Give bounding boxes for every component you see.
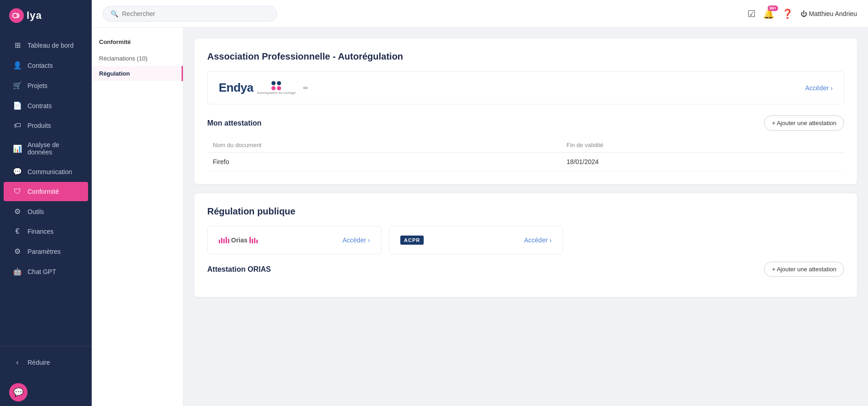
sidebar-item-finances[interactable]: € Finances (4, 222, 88, 241)
attestation-header: Mon attestation + Ajouter une attestatio… (207, 115, 844, 131)
finances-icon: € (13, 227, 22, 236)
analyse-icon: 📊 (13, 144, 22, 153)
notification-icon[interactable]: 🔔 99+ (763, 8, 774, 19)
document-name: Firefo (207, 153, 561, 171)
sidebar-label-reduire: Réduire (28, 359, 50, 366)
attestation-orias-section: Attestation ORIAS + Ajouter une attestat… (207, 262, 844, 277)
sidebar-item-reduire[interactable]: ‹ Réduire (4, 353, 88, 372)
dot-blue2 (277, 81, 281, 85)
orias-bars-right (249, 237, 258, 243)
sidebar-item-contrats[interactable]: 📄 Contrats (4, 96, 88, 115)
dot-red2 (277, 86, 281, 90)
sidebar-item-chat-gpt[interactable]: 🤖 Chat GPT (4, 262, 88, 281)
svg-point-0 (13, 13, 17, 18)
add-attestation-button[interactable]: + Ajouter une attestation (764, 115, 844, 131)
orias-bars (219, 237, 229, 243)
logo-icon (9, 8, 24, 23)
sidebar-label-contrats: Contrats (28, 102, 52, 110)
sidebar-label-produits: Produits (28, 122, 51, 129)
sidebar-item-analyse-de-donnees[interactable]: 📊 Analyse de données (4, 136, 88, 161)
notification-badge: 99+ (768, 5, 778, 11)
endya-subtitle: Autorégulation du courtage (257, 91, 296, 94)
help-icon[interactable]: ❓ (782, 8, 793, 19)
contacts-icon: 👤 (13, 61, 22, 70)
add-attestation-orias-button[interactable]: + Ajouter une attestation (764, 262, 844, 277)
sidebar-item-projets[interactable]: 🛒 Projets (4, 76, 88, 95)
search-bar[interactable]: 🔍 (103, 6, 277, 22)
conformite-icon: 🛡 (13, 187, 22, 196)
dashboard-icon: ⊞ (13, 41, 22, 49)
sidebar-item-tableau-de-bord[interactable]: ⊞ Tableau de bord (4, 35, 88, 55)
attestation-orias-header: Attestation ORIAS + Ajouter une attestat… (207, 262, 844, 277)
sidebar-label-tableau-de-bord: Tableau de bord (28, 42, 73, 49)
sidebar-label-outils: Outils (28, 208, 44, 215)
edit-icon[interactable]: ✏ (303, 84, 309, 92)
association-card: Association Professionnelle - Autorégula… (194, 38, 857, 184)
outils-icon: ⚙ (13, 207, 22, 216)
bar4 (226, 237, 227, 243)
sidebar-label-contacts: Contacts (28, 62, 53, 69)
sidebar-item-parametres[interactable]: ⚙ Paramètres (4, 241, 88, 261)
search-icon: 🔍 (111, 10, 118, 17)
document-validity: 18/01/2024 (561, 153, 844, 171)
chatgpt-icon: 🤖 (13, 267, 22, 276)
acceder-association-link[interactable]: Accéder › (805, 84, 833, 92)
bar1 (219, 240, 220, 243)
chat-icon: 💬 (13, 387, 23, 397)
parametres-icon: ⚙ (13, 247, 22, 256)
sidebar-item-conformite[interactable]: 🛡 Conformité (4, 182, 88, 201)
right-content: Association Professionnelle - Autorégula… (183, 27, 868, 406)
sidebar-label-chatgpt: Chat GPT (28, 268, 56, 275)
sidebar-bottom: ‹ Réduire (0, 346, 92, 379)
bar3 (223, 239, 225, 243)
sidebar-item-produits[interactable]: 🏷 Produits (4, 116, 88, 135)
sidebar-item-contacts[interactable]: 👤 Contacts (4, 55, 88, 75)
bar9 (256, 240, 258, 243)
bar5 (228, 239, 229, 243)
col-document: Nom du document (207, 138, 561, 153)
acpr-card: ACPR Accéder › (389, 226, 563, 254)
left-panel: Conformité Réclamations (10) Régulation (92, 27, 183, 406)
reduire-icon: ‹ (13, 358, 22, 367)
content-area: Conformité Réclamations (10) Régulation … (92, 27, 868, 406)
left-panel-item-regulation[interactable]: Régulation (92, 66, 183, 81)
main-area: 🔍 ☑ 🔔 99+ ❓ ⏻ Matthieu Andrieu Conformit… (92, 0, 868, 406)
acceder-acpr-link[interactable]: Accéder › (524, 236, 552, 244)
task-icon[interactable]: ☑ (747, 8, 756, 19)
sidebar-nav: ⊞ Tableau de bord 👤 Contacts 🛒 Projets 📄… (0, 31, 92, 346)
acceder-orias-link[interactable]: Accéder › (343, 236, 370, 244)
orias-text: Orias (231, 236, 248, 244)
attestation-title: Mon attestation (207, 119, 261, 127)
endya-text: Endya (219, 81, 254, 95)
projets-icon: 🛒 (13, 81, 22, 90)
sidebar-logo: lya (0, 0, 92, 31)
orias-card: Orias Accéder › (207, 226, 381, 254)
user-name[interactable]: ⏻ Matthieu Andrieu (801, 10, 857, 17)
orias-logo: Orias (219, 236, 259, 244)
bar6 (249, 237, 251, 243)
user-name-text: Matthieu Andrieu (809, 10, 857, 17)
sidebar-item-communication[interactable]: 💬 Communication (4, 162, 88, 181)
regulation-title: Régulation publique (207, 206, 844, 217)
bar8 (254, 238, 255, 243)
left-panel-item-reclamations[interactable]: Réclamations (10) (92, 51, 183, 66)
acpr-logo: ACPR (400, 236, 424, 245)
sidebar-label-analyse: Analyse de données (28, 141, 79, 156)
dot-blue1 (271, 81, 276, 85)
search-input[interactable] (122, 10, 269, 17)
association-title: Association Professionnelle - Autorégula… (207, 51, 844, 62)
endya-logo: Endya Autorégulation du courtage (219, 81, 309, 95)
communication-icon: 💬 (13, 167, 22, 176)
table-row: Firefo 18/01/2024 (207, 153, 844, 171)
contrats-icon: 📄 (13, 101, 22, 110)
header: 🔍 ☑ 🔔 99+ ❓ ⏻ Matthieu Andrieu (92, 0, 868, 27)
regulation-card: Régulation publique Orias (194, 193, 857, 297)
sidebar-item-outils[interactable]: ⚙ Outils (4, 202, 88, 221)
sidebar-label-conformite: Conformité (28, 188, 59, 195)
left-panel-title: Conformité (92, 35, 183, 51)
sidebar-label-communication: Communication (28, 168, 72, 176)
sidebar-label-finances: Finances (28, 228, 54, 235)
header-actions: ☑ 🔔 99+ ❓ ⏻ Matthieu Andrieu (747, 8, 857, 19)
chat-bubble-button[interactable]: 💬 (9, 383, 28, 401)
attestation-table: Nom du document Fin de validité Firefo 1… (207, 138, 844, 171)
